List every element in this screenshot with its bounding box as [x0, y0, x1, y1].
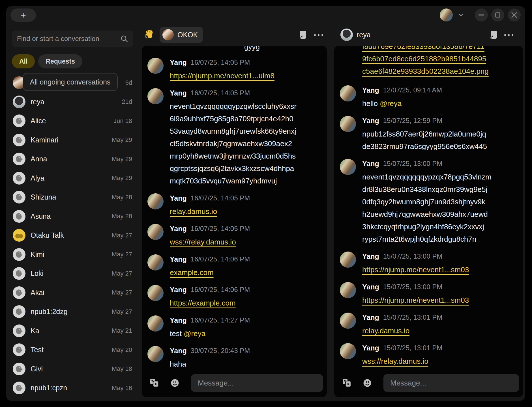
chat-title-pill[interactable]: OKOK	[160, 27, 203, 43]
avatar-yang[interactable]	[340, 343, 356, 359]
conversation-item-kimi[interactable]: KimiMay 27	[6, 245, 136, 264]
message-link[interactable]: f8dd769e762fe83393d6f13586/7e711	[362, 46, 517, 53]
message-link[interactable]: https://example.com	[170, 299, 236, 307]
message-sender: Yang	[362, 344, 379, 352]
conversation-time: May 27	[112, 251, 132, 258]
note-edit-icon	[299, 30, 307, 40]
message-text: 53vaqyd8wumn8ghj7urewfsk66ty9enxj	[170, 125, 297, 137]
message: Yang16/07/25, 14:05 PMnevent1qvzqqqqqqyp…	[147, 88, 321, 187]
close-button[interactable]	[508, 8, 521, 21]
avatar-default	[13, 248, 25, 261]
message-link[interactable]: https://njump.me/nevent1...ulm8	[170, 72, 274, 80]
message-text: nevent1qvzqqqqqqypzqx78pgq53vlnzm	[362, 171, 492, 183]
avatar-yang[interactable]	[147, 315, 164, 332]
conversation-item-shizuna[interactable]: ShizunaMay 28	[6, 188, 136, 207]
message-input[interactable]	[191, 374, 323, 392]
conversation-item-anna[interactable]: AnnaMay 29	[6, 150, 136, 169]
avatar-yang[interactable]	[340, 85, 356, 101]
emoji-icon[interactable]	[170, 378, 180, 388]
message-text: dr8l3u38eru0n3438lnxqz0mr39wg9e5j	[362, 183, 492, 196]
message: Yang16/07/25, 14:05 PMrelay.damus.io	[147, 193, 321, 218]
avatar-yang[interactable]	[147, 254, 164, 270]
message: Yang16/07/25, 14:05 PMhttps://njump.me/n…	[147, 58, 321, 82]
avatar-yang[interactable]	[147, 346, 164, 362]
conversation-item-kaminari[interactable]: KaminariMay 29	[6, 131, 136, 150]
avatar-yang[interactable]	[147, 224, 164, 240]
avatar-yang[interactable]	[147, 88, 164, 104]
conversation-time: May 29	[112, 136, 132, 144]
conversation-item-test[interactable]: TestMay 20	[6, 340, 136, 360]
chat-header-actions	[299, 30, 323, 40]
conversation-item-loki[interactable]: LokiMay 27	[6, 264, 136, 283]
conversation-name: Shizuna	[31, 193, 112, 201]
conversation-time: 21d	[122, 98, 132, 105]
media-attach-icon[interactable]	[150, 378, 160, 388]
more-options-icon[interactable]	[504, 30, 513, 40]
maximize-button[interactable]	[491, 8, 504, 21]
conversation-item-alice[interactable]: AliceJun 18	[6, 111, 136, 131]
message-link[interactable]: https://njump.me/nevent1...sm03	[362, 296, 469, 304]
composer	[142, 372, 327, 397]
avatar-yang[interactable]	[340, 282, 356, 298]
avatar-yang[interactable]	[147, 193, 164, 209]
conversation-item-npub1-cpzn[interactable]: npub1:cpznMay 16	[6, 378, 136, 398]
avatar-yang[interactable]	[340, 116, 356, 132]
note-edit-button[interactable]	[299, 30, 307, 40]
conversation-name: Ka	[31, 327, 112, 335]
avatar-yang[interactable]	[340, 252, 356, 268]
message-content: haha	[170, 358, 250, 370]
message-input[interactable]	[383, 374, 519, 392]
message-link[interactable]: example.com	[170, 268, 214, 277]
message-link[interactable]: c5ae6f482e93933d502238ae104e.png	[362, 65, 517, 77]
message-text: test	[170, 329, 184, 338]
conversation-item-otaku-talk[interactable]: Otaku TalkMay 27	[6, 226, 136, 245]
close-icon	[508, 8, 521, 21]
conversation-time: May 29	[112, 174, 132, 182]
conversation-item-asuna[interactable]: AsunaMay 28	[6, 207, 136, 226]
message-link[interactable]: wss://relay.damus.io	[170, 238, 236, 246]
avatar-yang[interactable]	[340, 159, 356, 175]
search-input[interactable]	[16, 34, 120, 43]
conversation-item-akai[interactable]: AkaiMay 27	[6, 283, 136, 302]
conversation-item-npub1-2dzg[interactable]: npub1:2dzgMay 27	[6, 302, 136, 321]
account-avatar[interactable]	[440, 8, 453, 21]
message-content: example.com	[170, 266, 250, 279]
chat-avatar[interactable]	[340, 29, 353, 41]
note-edit-button[interactable]	[489, 30, 498, 40]
message-timestamp: 15/07/25, 13:00 PM	[383, 283, 442, 291]
emoji-icon[interactable]	[362, 378, 372, 388]
mention-reya[interactable]: @reya	[380, 99, 402, 108]
account-menu[interactable]	[440, 8, 465, 21]
avatar-group	[13, 229, 25, 242]
more-options-icon[interactable]	[314, 30, 323, 40]
conversation-time: May 27	[112, 270, 132, 277]
minimize-button[interactable]	[475, 8, 488, 21]
message-link[interactable]: relay.damus.io	[362, 326, 409, 335]
conversation-name: Loki	[31, 269, 112, 278]
conversation-name: Asuna	[31, 212, 112, 220]
message-link[interactable]: wss://relay.damus.io	[362, 357, 428, 365]
media-attach-icon[interactable]	[342, 378, 352, 388]
avatar-yang[interactable]	[147, 285, 164, 301]
conversation-item-alya[interactable]: AlyaMay 29	[6, 169, 136, 188]
message-text: nevent1qvzqqqqqqypzqwlsccluhy6xxsr	[170, 100, 297, 112]
message-timestamp: 15/07/25, 13:00 PM	[383, 160, 442, 168]
conversation-item-reya[interactable]: reya21d	[6, 92, 136, 112]
message-timestamp: 16/07/25, 14:27 PM	[191, 316, 250, 324]
new-conversation-button[interactable]: +	[10, 8, 36, 22]
conversation-item-ka[interactable]: KaMay 21	[6, 321, 136, 341]
message: Yang12/07/25, 09:14 AMhello @reya	[340, 85, 517, 110]
message-sender: Yang	[362, 160, 379, 168]
avatar-yang[interactable]	[340, 313, 356, 329]
tab-all[interactable]: All	[12, 54, 35, 68]
message-link[interactable]: relay.damus.io	[170, 207, 217, 216]
tooltip-all-ongoing-conversations: All ongoing conversations	[23, 73, 118, 91]
avatar-yang[interactable]	[147, 58, 164, 74]
message-link[interactable]: 9fc6b07ed8ce6d251882b9851b44895	[362, 53, 517, 65]
mention-reya[interactable]: @reya	[184, 329, 205, 338]
conversation-item-givi[interactable]: GiviMay 18	[6, 360, 136, 379]
tab-requests[interactable]: Requests	[38, 54, 82, 68]
message: Yang15/07/25, 13:01 PMwss://relay.damus.…	[340, 343, 517, 367]
message-link[interactable]: https://njump.me/nevent1...sm03	[362, 265, 469, 274]
message-text: ct5dfskvtnrdakj7qgmwaehxw309aex2	[170, 137, 297, 150]
